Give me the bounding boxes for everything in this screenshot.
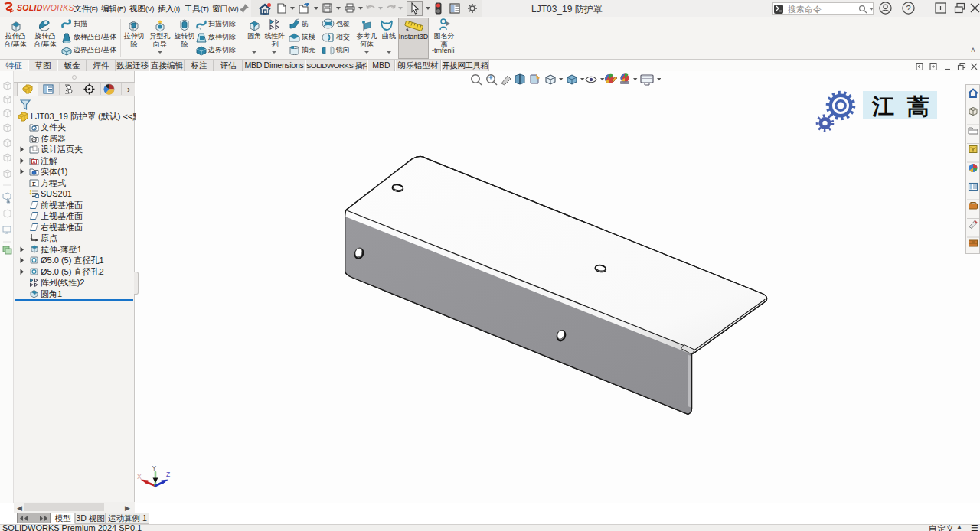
svg-text:Y: Y bbox=[152, 464, 157, 472]
svg-text:X: X bbox=[137, 473, 142, 481]
svg-text:Z: Z bbox=[166, 471, 170, 478]
svg-text:Σ: Σ bbox=[32, 180, 36, 187]
svg-text:A: A bbox=[32, 159, 36, 164]
svg-text:?: ? bbox=[906, 4, 910, 13]
